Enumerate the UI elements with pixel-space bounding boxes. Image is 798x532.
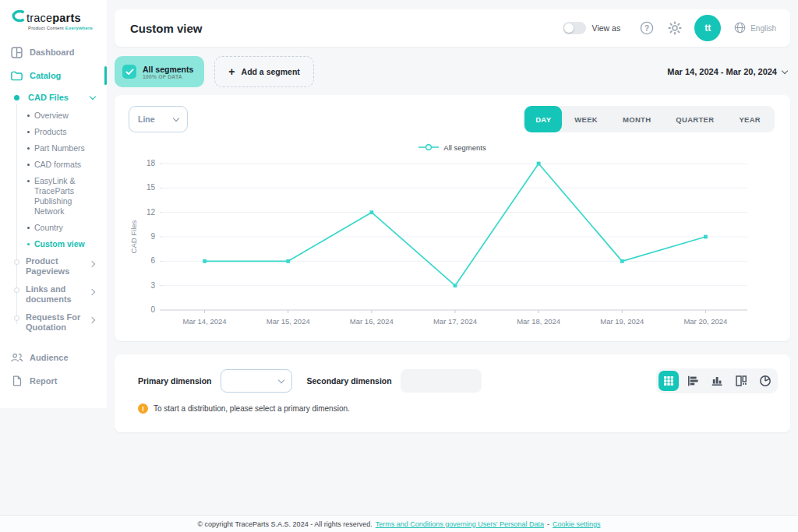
segments-bar: All segments 100% OF DATA + Add a segmen… — [115, 55, 790, 89]
svg-text:CAD Files: CAD Files — [129, 220, 138, 253]
line-chart-area: 0369121518Mar 14, 2024Mar 15, 2024Mar 16… — [118, 154, 786, 335]
legend-marker-icon — [418, 140, 439, 154]
brand-text: traceparts — [26, 12, 81, 24]
chevron-down-icon — [277, 377, 284, 383]
dashboard-icon — [10, 46, 23, 59]
sidebar-item-country[interactable]: Country — [0, 220, 107, 236]
legend-label: All segments — [443, 143, 486, 152]
sidebar-item-label: Catalog — [30, 71, 61, 80]
sidebar-item-label: Dashboard — [30, 48, 74, 57]
svg-text:6: 6 — [150, 256, 155, 265]
sidebar-item-part-numbers[interactable]: Part Numbers — [0, 140, 107, 157]
sidebar-item-label: CAD Files — [28, 93, 69, 102]
sidebar-item-requests-quotation[interactable]: Requests For Quotation — [0, 308, 107, 336]
all-segments-chip[interactable]: All segments 100% OF DATA — [115, 56, 204, 87]
toggle-knob — [564, 23, 574, 33]
catalog-tree: CAD Files Overview Products Part Numbers… — [0, 87, 107, 336]
chevron-right-icon — [89, 289, 95, 295]
primary-dimension-label: Primary dimension — [138, 376, 212, 386]
sidebar-item-cad-formats[interactable]: CAD formats — [0, 157, 107, 173]
view-as-label: View as — [592, 23, 621, 33]
sidebar-item-catalog[interactable]: Catalog — [0, 64, 107, 87]
sidebar-item-label: Audience — [30, 353, 69, 362]
help-icon[interactable]: ? — [639, 20, 655, 36]
tab-quarter[interactable]: QUARTER — [663, 106, 726, 132]
chart-type-select[interactable]: Line — [129, 106, 188, 132]
logo-tagline: Product Content Everywhere — [28, 26, 107, 30]
report-icon — [10, 375, 23, 388]
sidebar-item-dashboard[interactable]: Dashboard — [0, 41, 107, 64]
gear-icon[interactable] — [667, 20, 683, 36]
sidebar-item-label: Report — [30, 376, 57, 386]
svg-text:Mar 15, 2024: Mar 15, 2024 — [267, 317, 310, 326]
add-segment-button[interactable]: + Add a segment — [214, 56, 313, 87]
line-chart: 0369121518Mar 14, 2024Mar 15, 2024Mar 16… — [118, 154, 786, 335]
distribution-card: Primary dimension Secondary dimension — [115, 354, 790, 432]
logo-swoosh-icon — [11, 10, 25, 25]
sidebar-item-report[interactable]: Report — [0, 369, 107, 393]
svg-text:3: 3 — [150, 281, 155, 290]
sidebar-item-links-documents[interactable]: Links and documents — [0, 280, 107, 308]
chevron-down-icon — [782, 67, 788, 73]
sidebar-item-custom-view[interactable]: Custom view — [0, 236, 107, 252]
svg-text:18: 18 — [147, 159, 156, 167]
segment-share: 100% OF DATA — [143, 74, 193, 79]
svg-text:Mar 14, 2024: Mar 14, 2024 — [183, 317, 227, 326]
sidebar-item-label: Product Pageviews — [26, 256, 69, 276]
footer: © copyright TraceParts S.A.S. 2024 - All… — [0, 515, 798, 532]
chevron-down-icon — [173, 115, 179, 122]
app: traceparts Product Content Everywhere Da… — [0, 0, 798, 532]
svg-text:Mar 18, 2024: Mar 18, 2024 — [517, 317, 560, 326]
svg-text:9: 9 — [150, 232, 155, 241]
sidebar-item-products[interactable]: Products — [0, 124, 107, 140]
chevron-right-icon — [89, 261, 95, 267]
tab-day[interactable]: DAY — [524, 106, 562, 132]
plus-icon: + — [228, 68, 235, 76]
sidebar-item-cad-files[interactable]: CAD Files — [0, 87, 107, 107]
treemap-view-icon[interactable] — [731, 371, 751, 391]
date-range-picker[interactable]: Mar 14, 2024 - Mar 20, 2024 — [667, 67, 790, 76]
sidebar-item-audience[interactable]: Audience — [0, 346, 107, 369]
sidebar-item-product-pageviews[interactable]: Product Pageviews — [0, 252, 107, 280]
view-as-toggle[interactable] — [563, 22, 586, 34]
language-selector[interactable]: English — [733, 21, 776, 36]
svg-text:Mar 19, 2024: Mar 19, 2024 — [600, 317, 644, 326]
cookie-settings-link[interactable]: Cookie settings — [553, 520, 601, 528]
traceparts-logo: traceparts Product Content Everywhere — [0, 0, 107, 41]
terms-link[interactable]: Terms and Conditions governing Users' Pe… — [376, 520, 544, 528]
distribution-hint: ! To start a distribution, please select… — [115, 393, 790, 414]
tab-year[interactable]: YEAR — [726, 106, 773, 132]
table-view-icon[interactable] — [659, 371, 679, 391]
horizontal-bar-view-icon[interactable] — [683, 371, 703, 391]
svg-text:Mar 16, 2024: Mar 16, 2024 — [350, 317, 394, 326]
segment-name: All segments — [143, 65, 193, 74]
pie-chart-view-icon[interactable] — [755, 371, 775, 391]
svg-text:Mar 20, 2024: Mar 20, 2024 — [683, 317, 727, 326]
checkbox-checked-icon[interactable] — [122, 65, 136, 79]
folder-icon — [10, 69, 23, 83]
chevron-down-icon — [90, 93, 96, 100]
view-switcher — [656, 368, 778, 393]
sidebar-item-overview[interactable]: Overview — [0, 107, 107, 124]
svg-text:12: 12 — [147, 208, 156, 217]
sidebar-item-label: Requests For Quotation — [26, 312, 80, 332]
page-title: Custom view — [115, 22, 203, 35]
user-avatar[interactable]: tt — [694, 15, 721, 41]
sidebar-item-easylink-network[interactable]: EasyLink & TraceParts Publishing Network — [0, 173, 107, 220]
tab-week[interactable]: WEEK — [562, 106, 610, 132]
chevron-right-icon — [89, 317, 95, 323]
header: Custom view View as ? tt English — [115, 9, 790, 47]
copyright-text: © copyright TraceParts S.A.S. 2024 - All… — [197, 520, 372, 528]
primary-dimension-select[interactable] — [221, 369, 292, 393]
tab-month[interactable]: MONTH — [610, 106, 663, 132]
svg-text:?: ? — [644, 24, 649, 33]
cad-files-submenu: Overview Products Part Numbers CAD forma… — [0, 107, 107, 252]
secondary-dimension-label: Secondary dimension — [307, 376, 392, 386]
chart-card: Line DAY WEEK MONTH QUARTER YEAR All seg… — [115, 95, 790, 341]
secondary-dimension-select — [401, 369, 482, 393]
chart-legend[interactable]: All segments — [115, 140, 790, 154]
audience-icon — [10, 351, 23, 365]
svg-text:0: 0 — [150, 305, 155, 314]
svg-text:Mar 17, 2024: Mar 17, 2024 — [433, 317, 477, 326]
column-chart-view-icon[interactable] — [707, 371, 727, 391]
